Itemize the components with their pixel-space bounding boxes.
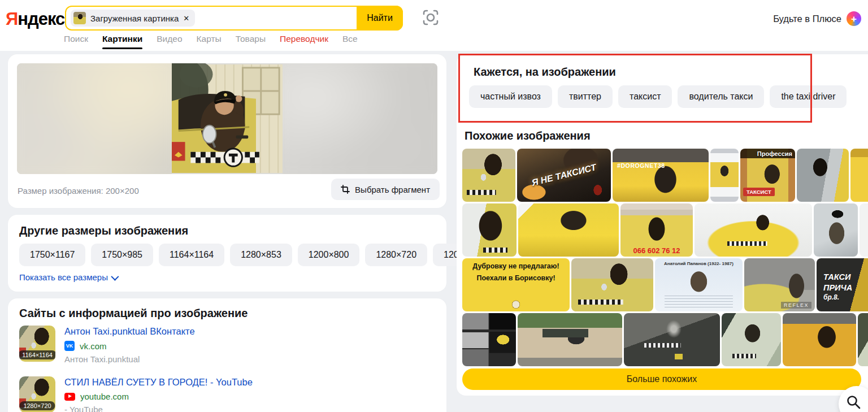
size-option[interactable]: 1750×985 [91,244,153,266]
more-similar-button[interactable]: Больше похожих [462,368,861,390]
similar-image[interactable]: #DOROGNET38 [613,149,709,202]
close-icon[interactable]: ✕ [183,14,189,23]
similar-image[interactable] [571,258,653,311]
service-tabs: Поиск Картинки Видео Карты Товары Перево… [64,34,358,44]
search-bar[interactable]: Загруженная картинка ✕ Найти [65,6,403,31]
uploaded-image-chip-label: Загруженная картинка [90,14,179,23]
site-domain-label: vk.com [80,341,107,351]
image-caption: #DOROGNET38 [617,162,665,169]
similar-images-row [462,313,868,366]
size-option[interactable]: 1750×1167 [19,244,85,266]
yandex-logo[interactable]: Яндекс [6,9,64,29]
similar-image[interactable] [722,313,781,366]
plus-label: Будьте в Плюсе [773,14,841,24]
image-caption: Профессия [757,150,792,157]
size-option[interactable]: 1200×800 [298,244,360,266]
tab-video[interactable]: Видео [157,34,182,44]
size-options: 1750×1167 1750×985 1164×1164 1280×853 12… [19,244,495,266]
site-result: 1164×1164 Антон Taxi.punktual ВКонтакте … [19,326,195,364]
similar-image[interactable]: Дубровку не предлагаю! Поехали в Борисов… [462,258,570,311]
image-caption: Я НЕ ТАКСИСТ [517,149,611,202]
similar-image[interactable] [797,149,849,202]
tab-all[interactable]: Все [342,34,358,44]
similar-image[interactable]: ТАКСИ ПРИЧА бр.8. [817,258,868,311]
tab-maps[interactable]: Карты [197,34,222,44]
other-sizes-card: Другие размеры изображения 1750×1167 175… [8,215,446,292]
sites-card: Сайты с информацией про изображение 1164… [8,298,446,412]
image-caption: Анатолий Папанов (1922- 1987) [657,261,740,266]
similar-image[interactable]: Профессия ТАКСИСТ [740,149,795,202]
tab-goods[interactable]: Товары [236,34,266,44]
search-submit-button[interactable]: Найти [357,6,403,31]
similar-image[interactable] [462,313,516,366]
select-fragment-label: Выбрать фрагмент [355,185,430,194]
site-result-subtitle: - YouTube [64,405,253,412]
similar-images-row: 066 602 76 12 [462,203,868,257]
similar-images-row: Дубровку не предлагаю! Поехали в Борисов… [462,258,868,311]
similar-title: Похожие изображения [465,129,591,142]
guess-tag[interactable]: таксист [618,85,672,108]
similar-image[interactable]: 066 602 76 12 [620,203,693,257]
watermark-label: REFLEX [781,302,811,309]
site-result-title[interactable]: СТИЛ НАВЁЛ СУЕТУ В ГОРОДЕ! - YouTube [64,377,253,388]
guess-tag[interactable]: частный извоз [469,85,552,108]
tab-images[interactable]: Картинки [102,34,142,44]
preview-blur-right [283,63,437,174]
size-badge: 1164×1164 [19,350,55,359]
similar-image[interactable] [783,313,856,366]
similar-image[interactable] [624,313,720,366]
image-caption: 066 602 76 12 [620,246,693,255]
similar-image[interactable] [814,203,858,257]
similar-image[interactable] [462,149,515,202]
site-result-domain[interactable]: youtube.com [64,392,253,401]
size-option[interactable]: 1280×853 [230,244,292,266]
similar-image[interactable]: REFLEX [744,258,815,311]
size-option[interactable]: 1280×720 [365,244,427,266]
yandex-plus-icon: + [847,11,861,26]
preview-blur-left [17,63,172,174]
sites-title: Сайты с информацией про изображение [19,307,248,320]
guess-tag[interactable]: твиттер [558,85,613,108]
guess-tags: частный извоз твиттер таксист водитель т… [469,85,847,108]
image-caption-line: Дубровку не предлагаю! [472,262,559,270]
show-all-sizes-label: Показать все размеры [19,272,108,282]
uploaded-image-chip[interactable]: Загруженная картинка ✕ [71,10,195,27]
similar-image[interactable] [710,149,739,202]
size-badge: 1280×720 [19,401,55,410]
site-result-subtitle: Антон Taxi.punktual [64,354,195,364]
uploaded-image-preview [17,63,437,174]
similar-image[interactable] [695,203,812,257]
other-sizes-title: Другие размеры изображения [19,224,188,237]
image-caption-line: бр.8. [823,293,852,302]
uploaded-image-card: Размер изображения: 200×200 Выбрать фраг… [8,54,446,208]
size-option[interactable]: 1164×1164 [159,244,224,266]
similar-image[interactable] [858,313,868,366]
similar-panel: Кажется, на изображении частный извоз тв… [457,54,868,396]
uploaded-image-thumbnail-icon [73,12,86,24]
guess-tag[interactable]: водитель такси [678,85,764,108]
vk-icon: VK [64,341,75,351]
tab-search[interactable]: Поиск [64,34,88,44]
site-result-domain[interactable]: VK vk.com [64,341,195,351]
show-all-sizes-link[interactable]: Показать все размеры [19,272,117,282]
similar-image[interactable]: Анатолий Папанов (1922- 1987) [655,258,743,311]
guess-tag[interactable]: the taxi driver [770,85,847,108]
similar-image[interactable]: Я НЕ ТАКСИСТ [517,149,611,202]
similar-image[interactable] [850,149,868,202]
similar-image[interactable] [518,203,619,257]
plus-banner[interactable]: Будьте в Плюсе + [773,11,861,26]
tab-translate[interactable]: Переводчик [280,34,328,44]
similar-image[interactable] [462,203,517,257]
image-caption-line: ТАКСИ [823,272,852,283]
image-caption-line: Поехали в Борисовку! [476,274,555,282]
guess-title: Кажется, на изображении [474,66,616,79]
site-result-title[interactable]: Антон Taxi.punktual ВКонтакте [64,326,195,337]
similar-image[interactable] [860,203,868,257]
site-result-thumbnail[interactable]: 1164×1164 [19,326,55,362]
similar-image[interactable] [518,313,622,366]
site-result-thumbnail[interactable]: 1280×720 [19,376,55,412]
similar-images-grid: Я НЕ ТАКСИСТ #DOROGNET38 Профессия ТАКСИ… [462,149,868,366]
image-search-camera-icon[interactable] [421,8,440,27]
chevron-down-icon [111,272,119,280]
select-fragment-button[interactable]: Выбрать фрагмент [331,179,440,200]
